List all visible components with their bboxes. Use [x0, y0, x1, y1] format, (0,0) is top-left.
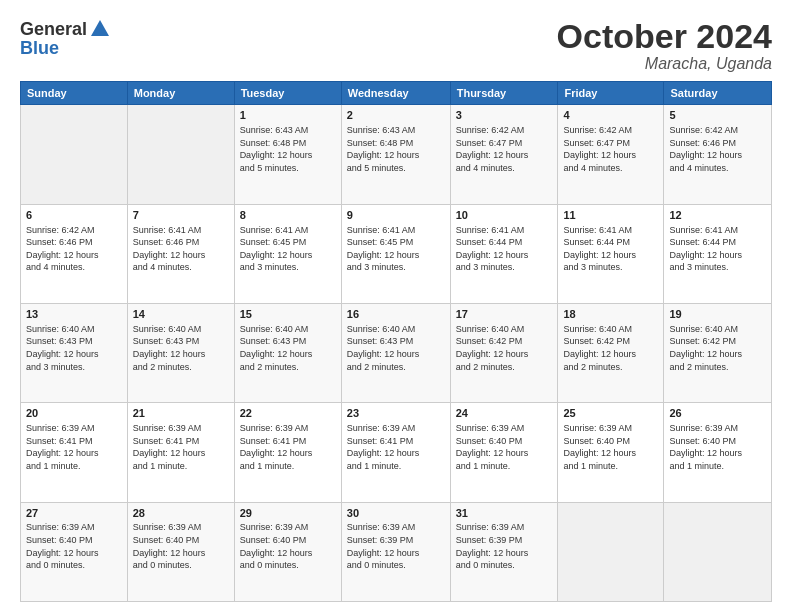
- day-info: Sunrise: 6:43 AM Sunset: 6:48 PM Dayligh…: [347, 124, 445, 174]
- day-info: Sunrise: 6:40 AM Sunset: 6:42 PM Dayligh…: [669, 323, 766, 373]
- day-number: 10: [456, 208, 553, 223]
- weekday-header-row: SundayMondayTuesdayWednesdayThursdayFrid…: [21, 82, 772, 105]
- day-info: Sunrise: 6:39 AM Sunset: 6:40 PM Dayligh…: [240, 521, 336, 571]
- day-number: 6: [26, 208, 122, 223]
- day-number: 4: [563, 108, 658, 123]
- calendar-cell: [664, 502, 772, 601]
- day-number: 26: [669, 406, 766, 421]
- day-number: 8: [240, 208, 336, 223]
- calendar-table: SundayMondayTuesdayWednesdayThursdayFrid…: [20, 81, 772, 602]
- calendar-cell: 28Sunrise: 6:39 AM Sunset: 6:40 PM Dayli…: [127, 502, 234, 601]
- calendar-cell: 3Sunrise: 6:42 AM Sunset: 6:47 PM Daylig…: [450, 105, 558, 204]
- weekday-header-wednesday: Wednesday: [341, 82, 450, 105]
- day-number: 12: [669, 208, 766, 223]
- day-info: Sunrise: 6:39 AM Sunset: 6:41 PM Dayligh…: [347, 422, 445, 472]
- calendar-cell: 24Sunrise: 6:39 AM Sunset: 6:40 PM Dayli…: [450, 403, 558, 502]
- logo-icon: [89, 18, 111, 40]
- day-info: Sunrise: 6:41 AM Sunset: 6:46 PM Dayligh…: [133, 224, 229, 274]
- calendar-cell: 15Sunrise: 6:40 AM Sunset: 6:43 PM Dayli…: [234, 304, 341, 403]
- day-number: 30: [347, 506, 445, 521]
- weekday-header-sunday: Sunday: [21, 82, 128, 105]
- calendar-cell: 22Sunrise: 6:39 AM Sunset: 6:41 PM Dayli…: [234, 403, 341, 502]
- weekday-header-thursday: Thursday: [450, 82, 558, 105]
- calendar-cell: 19Sunrise: 6:40 AM Sunset: 6:42 PM Dayli…: [664, 304, 772, 403]
- calendar-cell: 18Sunrise: 6:40 AM Sunset: 6:42 PM Dayli…: [558, 304, 664, 403]
- day-number: 28: [133, 506, 229, 521]
- day-info: Sunrise: 6:39 AM Sunset: 6:40 PM Dayligh…: [456, 422, 553, 472]
- day-number: 1: [240, 108, 336, 123]
- calendar-cell: 5Sunrise: 6:42 AM Sunset: 6:46 PM Daylig…: [664, 105, 772, 204]
- calendar-cell: 9Sunrise: 6:41 AM Sunset: 6:45 PM Daylig…: [341, 204, 450, 303]
- day-number: 17: [456, 307, 553, 322]
- day-number: 2: [347, 108, 445, 123]
- day-number: 3: [456, 108, 553, 123]
- day-number: 24: [456, 406, 553, 421]
- calendar-cell: [127, 105, 234, 204]
- calendar-cell: [21, 105, 128, 204]
- day-info: Sunrise: 6:40 AM Sunset: 6:42 PM Dayligh…: [563, 323, 658, 373]
- day-info: Sunrise: 6:41 AM Sunset: 6:44 PM Dayligh…: [456, 224, 553, 274]
- weekday-header-saturday: Saturday: [664, 82, 772, 105]
- svg-marker-0: [91, 20, 109, 36]
- calendar-cell: 11Sunrise: 6:41 AM Sunset: 6:44 PM Dayli…: [558, 204, 664, 303]
- location-title: Maracha, Uganda: [557, 55, 772, 73]
- day-info: Sunrise: 6:40 AM Sunset: 6:43 PM Dayligh…: [133, 323, 229, 373]
- day-number: 7: [133, 208, 229, 223]
- day-number: 13: [26, 307, 122, 322]
- calendar-cell: 7Sunrise: 6:41 AM Sunset: 6:46 PM Daylig…: [127, 204, 234, 303]
- day-info: Sunrise: 6:41 AM Sunset: 6:45 PM Dayligh…: [347, 224, 445, 274]
- calendar-cell: 12Sunrise: 6:41 AM Sunset: 6:44 PM Dayli…: [664, 204, 772, 303]
- calendar-cell: 20Sunrise: 6:39 AM Sunset: 6:41 PM Dayli…: [21, 403, 128, 502]
- day-number: 5: [669, 108, 766, 123]
- logo-general-text: General: [20, 20, 87, 38]
- week-row-2: 6Sunrise: 6:42 AM Sunset: 6:46 PM Daylig…: [21, 204, 772, 303]
- day-info: Sunrise: 6:39 AM Sunset: 6:41 PM Dayligh…: [240, 422, 336, 472]
- logo-blue-text: Blue: [20, 38, 59, 59]
- day-number: 19: [669, 307, 766, 322]
- day-number: 27: [26, 506, 122, 521]
- calendar-cell: 6Sunrise: 6:42 AM Sunset: 6:46 PM Daylig…: [21, 204, 128, 303]
- calendar-cell: 23Sunrise: 6:39 AM Sunset: 6:41 PM Dayli…: [341, 403, 450, 502]
- day-number: 20: [26, 406, 122, 421]
- day-number: 23: [347, 406, 445, 421]
- header: General Blue October 2024 Maracha, Ugand…: [20, 18, 772, 73]
- day-info: Sunrise: 6:39 AM Sunset: 6:39 PM Dayligh…: [347, 521, 445, 571]
- day-info: Sunrise: 6:40 AM Sunset: 6:43 PM Dayligh…: [240, 323, 336, 373]
- day-number: 16: [347, 307, 445, 322]
- title-block: October 2024 Maracha, Uganda: [557, 18, 772, 73]
- day-info: Sunrise: 6:42 AM Sunset: 6:47 PM Dayligh…: [456, 124, 553, 174]
- calendar-cell: 14Sunrise: 6:40 AM Sunset: 6:43 PM Dayli…: [127, 304, 234, 403]
- day-number: 14: [133, 307, 229, 322]
- calendar-cell: 2Sunrise: 6:43 AM Sunset: 6:48 PM Daylig…: [341, 105, 450, 204]
- day-number: 21: [133, 406, 229, 421]
- calendar-cell: 31Sunrise: 6:39 AM Sunset: 6:39 PM Dayli…: [450, 502, 558, 601]
- calendar-cell: 29Sunrise: 6:39 AM Sunset: 6:40 PM Dayli…: [234, 502, 341, 601]
- day-number: 29: [240, 506, 336, 521]
- page: General Blue October 2024 Maracha, Ugand…: [0, 0, 792, 612]
- calendar-cell: 16Sunrise: 6:40 AM Sunset: 6:43 PM Dayli…: [341, 304, 450, 403]
- calendar-cell: 27Sunrise: 6:39 AM Sunset: 6:40 PM Dayli…: [21, 502, 128, 601]
- weekday-header-tuesday: Tuesday: [234, 82, 341, 105]
- calendar-cell: 13Sunrise: 6:40 AM Sunset: 6:43 PM Dayli…: [21, 304, 128, 403]
- day-info: Sunrise: 6:39 AM Sunset: 6:39 PM Dayligh…: [456, 521, 553, 571]
- day-info: Sunrise: 6:42 AM Sunset: 6:46 PM Dayligh…: [669, 124, 766, 174]
- day-info: Sunrise: 6:40 AM Sunset: 6:42 PM Dayligh…: [456, 323, 553, 373]
- calendar-cell: 10Sunrise: 6:41 AM Sunset: 6:44 PM Dayli…: [450, 204, 558, 303]
- weekday-header-friday: Friday: [558, 82, 664, 105]
- logo: General Blue: [20, 18, 111, 59]
- calendar-cell: 30Sunrise: 6:39 AM Sunset: 6:39 PM Dayli…: [341, 502, 450, 601]
- day-info: Sunrise: 6:41 AM Sunset: 6:44 PM Dayligh…: [563, 224, 658, 274]
- calendar-cell: 17Sunrise: 6:40 AM Sunset: 6:42 PM Dayli…: [450, 304, 558, 403]
- week-row-1: 1Sunrise: 6:43 AM Sunset: 6:48 PM Daylig…: [21, 105, 772, 204]
- week-row-4: 20Sunrise: 6:39 AM Sunset: 6:41 PM Dayli…: [21, 403, 772, 502]
- day-number: 9: [347, 208, 445, 223]
- day-info: Sunrise: 6:40 AM Sunset: 6:43 PM Dayligh…: [26, 323, 122, 373]
- day-info: Sunrise: 6:43 AM Sunset: 6:48 PM Dayligh…: [240, 124, 336, 174]
- day-number: 18: [563, 307, 658, 322]
- day-number: 15: [240, 307, 336, 322]
- day-info: Sunrise: 6:41 AM Sunset: 6:45 PM Dayligh…: [240, 224, 336, 274]
- calendar-cell: 1Sunrise: 6:43 AM Sunset: 6:48 PM Daylig…: [234, 105, 341, 204]
- day-number: 31: [456, 506, 553, 521]
- week-row-3: 13Sunrise: 6:40 AM Sunset: 6:43 PM Dayli…: [21, 304, 772, 403]
- calendar-cell: 26Sunrise: 6:39 AM Sunset: 6:40 PM Dayli…: [664, 403, 772, 502]
